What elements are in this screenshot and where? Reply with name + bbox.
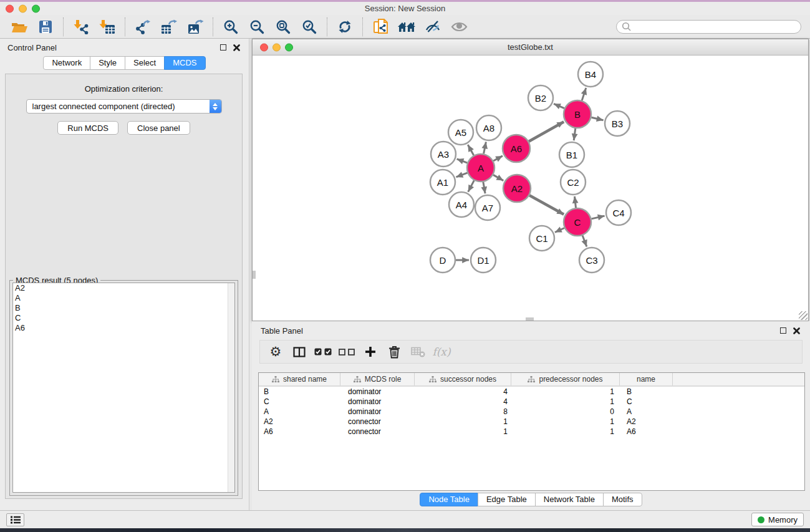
zoom-window-button[interactable] [32,4,40,12]
column-header-predecessor-nodes[interactable]: predecessor nodes [511,373,620,385]
status-bar: Memory [0,510,810,528]
memory-button[interactable]: Memory [751,513,804,526]
table-cell: connector [340,427,415,437]
column-header-name[interactable]: name [620,373,673,385]
trash-icon [388,346,400,359]
close-panel-icon[interactable] [233,44,240,51]
graph-edge[interactable] [483,182,485,194]
graph-edge[interactable] [529,122,564,142]
result-list-item[interactable]: C [13,313,234,323]
result-list-item[interactable]: A6 [13,323,234,333]
clone-network-button[interactable] [367,17,393,37]
table-row[interactable]: Adominator80A [259,407,804,417]
refresh-button[interactable] [332,17,358,37]
two-houses-icon [398,21,415,33]
result-list-item[interactable]: B [13,303,234,313]
canvas-left-scroll-stub[interactable] [253,271,256,279]
graph-edge[interactable] [529,195,564,215]
open-file-button[interactable] [6,17,32,37]
export-image-button[interactable] [182,17,208,37]
save-session-button[interactable] [32,17,59,37]
tab-select[interactable]: Select [125,56,165,70]
graph-edge[interactable] [493,156,503,161]
graph-edge[interactable] [575,196,576,208]
zoom-network-window-button[interactable] [285,43,293,51]
select-all-rows-button[interactable] [311,341,335,362]
zoom-selected-button[interactable] [296,17,322,37]
table-row[interactable]: Cdominator41C [259,397,804,407]
zoom-out-button[interactable] [244,17,270,37]
table-toolbar: ⚙ [259,340,803,364]
graph-edge[interactable] [554,104,564,108]
minimize-window-button[interactable] [19,4,27,12]
float-table-panel-icon[interactable] [780,327,786,334]
minimize-network-window-button[interactable] [272,43,281,51]
zoom-fit-button[interactable] [270,17,296,37]
toolbar-separator [125,17,125,36]
window-resize-grip[interactable] [799,311,808,320]
export-table-button[interactable] [156,17,182,37]
hide-graphics-details-button[interactable] [420,17,446,37]
function-builder-button[interactable]: f(x) [430,341,453,362]
add-column-button[interactable] [359,341,382,362]
home-networks-button[interactable] [393,17,420,37]
main-area: Control Panel Network Style Select MCDS … [0,39,810,510]
export-network-button[interactable] [130,17,156,37]
graph-edge[interactable] [456,173,468,177]
tab-style[interactable]: Style [90,56,125,70]
control-panel-title: Control Panel [7,43,57,52]
mcds-tab-content: Optimization criterion: largest connecte… [5,74,243,499]
graph-edge[interactable] [484,142,486,154]
column-label: MCDS role [365,375,402,384]
table-settings-button[interactable]: ⚙ [264,341,287,362]
tab-edge-table[interactable]: Edge Table [478,493,536,506]
graph-edge[interactable] [457,159,468,163]
import-network-button[interactable] [68,17,94,37]
column-header-shared-name[interactable]: shared name [259,373,340,385]
table-row[interactable]: A2connector11A2 [259,417,804,427]
graph-edge[interactable] [493,175,503,180]
tab-node-table[interactable]: Node Table [420,493,478,506]
graph-edge[interactable] [582,236,587,247]
search-input[interactable] [632,21,801,32]
table-cell: A6 [620,427,673,437]
column-header-successor-nodes[interactable]: successor nodes [415,373,511,385]
tab-mcds[interactable]: MCDS [164,56,205,70]
graph-edge[interactable] [468,145,473,155]
result-list-scrollbar[interactable] [228,283,234,492]
close-window-button[interactable] [6,4,14,12]
task-history-button[interactable] [6,513,24,526]
close-table-panel-icon[interactable] [793,327,800,334]
graph-node-label: D1 [477,255,489,266]
table-row[interactable]: A6connector11A6 [259,427,804,437]
column-header-mcds-role[interactable]: MCDS role [340,373,415,385]
tab-motifs[interactable]: Motifs [603,493,642,506]
optimization-criterion-dropdown[interactable]: largest connected component (directed) [26,99,222,114]
network-canvas[interactable]: B4B2BB3A5A8A6A3B1AA1C2A2A4A7C4CC1C3DD1 [253,56,808,321]
graph-edge[interactable] [591,117,603,120]
tab-network-table[interactable]: Network Table [535,493,604,506]
run-mcds-button[interactable]: Run MCDS [57,121,118,135]
delete-table-button[interactable] [406,341,430,362]
graph-edge[interactable] [591,216,604,219]
graph-edge[interactable] [555,228,564,233]
float-panel-icon[interactable] [220,44,226,51]
result-list-item[interactable]: A [13,293,234,303]
result-list-item[interactable]: A2 [13,283,234,293]
graph-edge[interactable] [582,88,586,100]
close-panel-button[interactable]: Close panel [127,121,190,135]
zoom-in-button[interactable] [218,17,244,37]
tab-network[interactable]: Network [43,56,90,70]
graph-edge[interactable] [468,180,475,191]
table-row[interactable]: Bdominator41B [259,387,804,397]
graph-edge[interactable] [574,128,576,140]
close-network-window-button[interactable] [260,43,268,51]
search-field[interactable] [616,20,801,34]
deselect-all-rows-button[interactable] [335,341,359,362]
import-table-button[interactable] [94,17,120,37]
show-columns-button[interactable] [287,341,311,362]
delete-column-button[interactable] [382,341,406,362]
graph-node-label: A8 [483,123,494,133]
canvas-bottom-scroll-stub[interactable] [526,317,534,321]
show-graphics-details-button[interactable] [446,17,472,37]
